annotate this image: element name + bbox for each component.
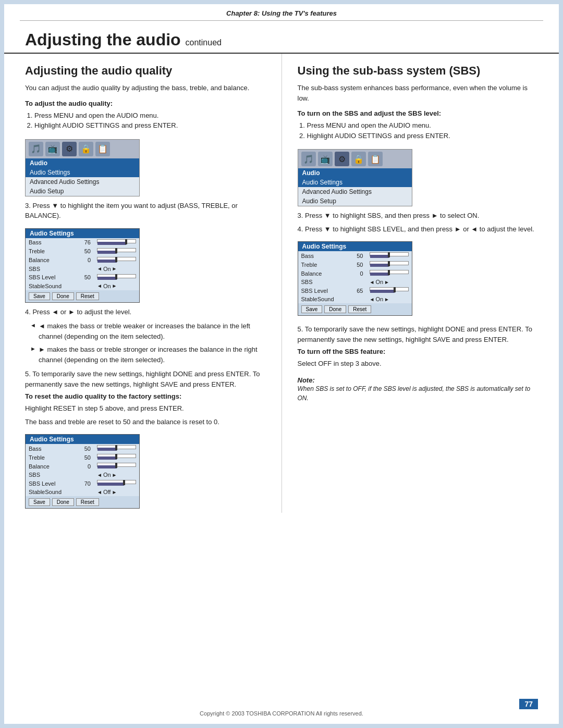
menu-icons-bar: 🎵 📺 ⚙ 🔒 📋 (26, 140, 139, 158)
r-label-bass: Bass (298, 251, 351, 260)
right-step4: 4. Press ▼ to highlight SBS LEVEL, and t… (298, 224, 538, 235)
right-audio-settings-title-1: Audio Settings (298, 242, 412, 251)
r-reset-button[interactable]: Reset (348, 305, 371, 313)
bullet-list: ◄ makes the bass or treble weaker or inc… (25, 321, 266, 365)
left-subheading1: To adjust the audio quality: (25, 100, 266, 107)
val-sbs2 (78, 471, 94, 479)
bar-balance (94, 256, 139, 265)
menu-label: Audio (26, 158, 139, 168)
r-val-treble: 50 (351, 260, 366, 269)
r-save-button[interactable]: Save (301, 305, 323, 313)
right-subheading2: To turn off the SBS feature: (298, 348, 538, 355)
right-settings-footer-1: Save Done Reset (298, 303, 412, 315)
right-audio-settings-1: Audio Settings Bass 50 Treble 50 (298, 241, 412, 316)
r-bar-balance (366, 269, 412, 278)
menu-icon-settings: ⚙ (62, 142, 77, 156)
left-subheading2: To reset the audio quality to the factor… (25, 392, 266, 400)
table-row: SBS ◄ On ► (26, 471, 139, 479)
chapter-header: Chapter 8: Using the TV's features (20, 4, 543, 21)
table-row: Treble 50 (298, 260, 412, 269)
main-title-text: Adjusting the audio (25, 30, 181, 49)
content-area: Adjusting the audio quality You can adju… (4, 54, 559, 513)
label-stablesound: StableSound (26, 282, 78, 290)
right-menu-body: Audio Audio Settings Advanced Audio Sett… (298, 168, 412, 206)
right-menu-icon-lock: 🔒 (351, 152, 366, 166)
val-sbslevel: 50 (78, 273, 94, 282)
audio-settings-title-1: Audio Settings (26, 229, 139, 238)
chapter-title: Chapter 8: Using the TV's features (226, 9, 337, 17)
right-menu-item-2: Advanced Audio Settings (298, 187, 412, 196)
reset-button[interactable]: Reset (76, 292, 99, 300)
off-stablesound2: ◄ Off ► (94, 488, 139, 496)
label-sbs2: SBS (26, 471, 78, 479)
label-bass: Bass (26, 238, 78, 247)
right-menu-icon-list: 📋 (368, 152, 383, 166)
done-button-2[interactable]: Done (52, 498, 74, 506)
left-column: Adjusting the audio quality You can adju… (25, 54, 266, 513)
val-balance: 0 (78, 256, 94, 265)
bar-treble2 (94, 453, 139, 462)
val-treble: 50 (78, 247, 94, 256)
val-bass2: 50 (78, 444, 94, 453)
done-button[interactable]: Done (52, 292, 74, 300)
bar-bass2 (94, 444, 139, 453)
right-menu-icons-bar: 🎵 📺 ⚙ 🔒 📋 (298, 150, 412, 168)
copyright: Copyright © 2003 TOSHIBA CORPORATION All… (200, 710, 363, 717)
r-val-sbslevel: 65 (351, 286, 366, 295)
page-footer: Copyright © 2003 TOSHIBA CORPORATION All… (4, 710, 559, 717)
table-row: Bass 76 (26, 238, 139, 247)
val-stablesound2 (78, 488, 94, 496)
label-sbslevel2: SBS Level (26, 479, 78, 488)
table-row: Treble 50 (26, 247, 139, 256)
r-label-stablesound: StableSound (298, 295, 351, 303)
left-intro: You can adjust the audio quality by adju… (25, 83, 266, 93)
bullet-2: ► makes the bass or treble stronger or i… (30, 344, 266, 365)
r-val-bass: 50 (351, 251, 366, 260)
save-button[interactable]: Save (29, 292, 50, 300)
val-balance2: 0 (78, 462, 94, 471)
menu-item-2: Advanced Audio Settings (26, 177, 139, 187)
on-sbs2: ◄ On ► (94, 471, 139, 479)
label-bass2: Bass (26, 444, 78, 453)
label-treble: Treble (26, 247, 78, 256)
bullet-1: ◄ makes the bass or treble weaker or inc… (30, 321, 266, 341)
menu-icon-video: 📺 (45, 142, 60, 156)
bar-sbslevel2 (94, 479, 139, 488)
bar-bass (94, 238, 139, 247)
reset-button-2[interactable]: Reset (76, 498, 99, 506)
right-column: Using the sub-bass system (SBS) The sub-… (282, 54, 538, 513)
label-sbs: SBS (26, 265, 78, 273)
label-balance: Balance (26, 256, 78, 265)
r-bar-treble (366, 260, 412, 269)
right-menu-item-3: Audio Setup (298, 196, 412, 206)
bar-treble (94, 247, 139, 256)
save-button-2[interactable]: Save (29, 498, 50, 506)
val-sbslevel2: 70 (78, 479, 94, 488)
table-row: Balance 0 (298, 269, 412, 278)
table-row: StableSound ◄ On ► (26, 282, 139, 290)
audio-settings-table-1: Bass 76 Treble 50 Balance (26, 238, 139, 290)
r-on-sbs: ◄ On ► (366, 278, 412, 286)
label-treble2: Treble (26, 453, 78, 462)
on-stablesound: ◄ On ► (94, 282, 139, 290)
table-row: Bass 50 (26, 444, 139, 453)
val-sbs (78, 265, 94, 273)
table-row: StableSound ◄ Off ► (26, 488, 139, 496)
r-val-balance: 0 (351, 269, 366, 278)
menu-icon-audio: 🎵 (29, 142, 43, 156)
table-row: StableSound ◄ On ► (298, 295, 412, 303)
settings-footer-2: Save Done Reset (26, 496, 139, 508)
reset-text1: Highlight RESET in step 5 above, and pre… (25, 403, 266, 414)
settings-footer-1: Save Done Reset (26, 290, 139, 302)
note-label: Note: (298, 376, 538, 384)
table-row: Treble 50 (26, 453, 139, 462)
label-stablesound2: StableSound (26, 488, 78, 496)
r-done-button[interactable]: Done (324, 305, 346, 313)
r-val-stablesound (351, 295, 366, 303)
right-step1-2: Highlight AUDIO SETTINGS and press ENTER… (307, 131, 538, 141)
left-audio-settings-1: Audio Settings Bass 76 Treble 50 (25, 228, 140, 303)
right-intro: The sub-bass system enhances bass perfor… (298, 83, 538, 103)
table-row: Balance 0 (26, 256, 139, 265)
table-row: SBS Level 50 (26, 273, 139, 282)
right-menu-icon-audio: 🎵 (301, 152, 316, 166)
